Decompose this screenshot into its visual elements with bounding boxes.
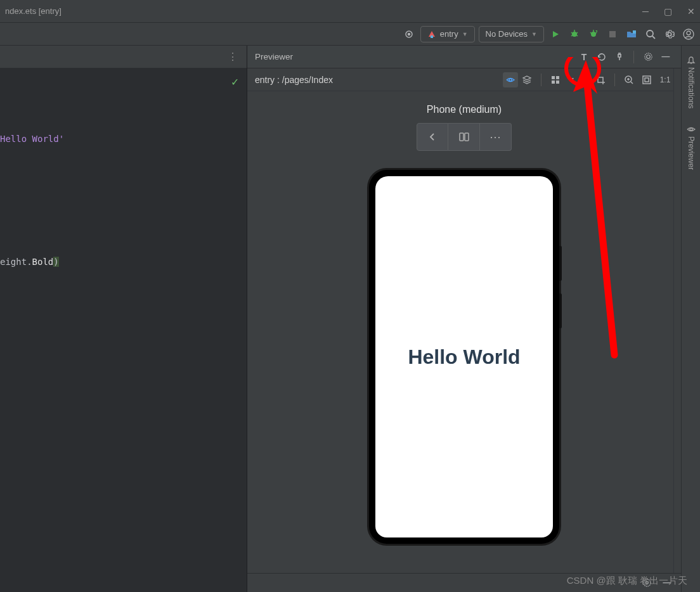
svg-rect-37 [645, 78, 649, 82]
more-button[interactable]: ⋯ [480, 123, 512, 151]
folder-icon[interactable] [624, 27, 639, 42]
chevron-down-icon[interactable]: ▼ [564, 72, 580, 87]
svg-line-8 [576, 32, 578, 34]
svg-line-14 [595, 32, 597, 34]
fit-screen-icon[interactable] [639, 72, 654, 87]
phone-mockup: Hello World [369, 170, 559, 544]
preview-body: Phone (medium) ⋯ Hello World [247, 91, 681, 592]
screen-text: Hello World [408, 345, 520, 369]
separator [633, 51, 634, 63]
device-label: Phone (medium) [427, 104, 502, 115]
plug-icon[interactable] [612, 49, 627, 65]
svg-rect-28 [552, 76, 555, 79]
phone-side-button [559, 246, 562, 281]
target-icon[interactable] [401, 27, 417, 42]
inspect-icon[interactable] [503, 72, 518, 87]
stop-icon[interactable] [605, 27, 620, 42]
close-icon[interactable]: ✕ [687, 6, 695, 16]
titlebar: ndex.ets [entry] ─ ▢ ✕ [0, 0, 700, 23]
svg-rect-3 [431, 35, 433, 38]
code-content[interactable]: Hello World' eight.Bold) [0, 68, 247, 277]
svg-rect-36 [643, 76, 651, 84]
svg-rect-17 [633, 30, 636, 34]
chevron-down-icon: ▼ [531, 31, 537, 37]
check-icon: ✓ [231, 76, 239, 88]
search-icon[interactable] [643, 27, 658, 42]
previewer-tab[interactable]: Previewer [684, 120, 698, 175]
svg-point-26 [509, 79, 512, 81]
code-string: Hello World' [0, 134, 64, 144]
svg-point-25 [644, 53, 651, 60]
back-button[interactable] [417, 123, 448, 151]
run-icon[interactable] [548, 27, 563, 42]
editor-panel: ⋮ ✓ Hello World' eight.Bold) [0, 46, 247, 592]
device-dropdown[interactable]: No Devices ▼ [479, 26, 544, 42]
svg-rect-30 [552, 80, 555, 84]
device-label: No Devices [486, 29, 528, 39]
layers-icon[interactable] [519, 72, 535, 87]
separator [586, 74, 587, 86]
svg-rect-29 [556, 76, 559, 79]
right-sidebar: Notifications Previewer [681, 46, 700, 592]
svg-rect-39 [465, 133, 469, 141]
debug-icon[interactable] [567, 27, 582, 42]
maximize-icon[interactable]: ▢ [664, 6, 672, 16]
previewer-header: Previewer T ─ [247, 46, 681, 68]
account-icon[interactable] [681, 27, 696, 42]
svg-marker-27 [523, 76, 531, 80]
svg-point-41 [690, 128, 692, 131]
svg-point-18 [647, 30, 653, 37]
svg-point-11 [591, 32, 596, 37]
gear-icon[interactable] [640, 49, 656, 65]
svg-line-33 [631, 82, 633, 84]
crop-icon[interactable] [593, 72, 608, 87]
ratio-label[interactable]: 1:1 [657, 72, 673, 87]
previewer-subheader: entry : /pages/Index ▼ [247, 68, 681, 91]
fold-button[interactable] [448, 123, 480, 151]
grid-icon[interactable] [548, 72, 563, 87]
svg-rect-38 [460, 133, 463, 141]
svg-point-20 [668, 32, 671, 35]
svg-point-22 [687, 31, 690, 35]
svg-point-5 [572, 32, 577, 37]
previewer-panel: Previewer T ─ entry : /pages/Index [247, 46, 681, 592]
phone-screen[interactable]: Hello World [375, 176, 553, 537]
separator [614, 74, 615, 86]
collapse-icon[interactable]: ─ [658, 49, 673, 65]
device-controls: ⋯ [417, 123, 512, 151]
text-icon[interactable]: T [576, 49, 592, 65]
svg-line-9 [571, 35, 573, 36]
separator [541, 74, 541, 86]
svg-marker-4 [553, 31, 559, 37]
window-controls: ─ ▢ ✕ [642, 6, 695, 16]
svg-point-1 [408, 33, 410, 35]
notifications-tab[interactable]: Notifications [684, 51, 698, 113]
more-icon[interactable]: ⋮ [225, 49, 240, 65]
previewer-title: Previewer [255, 52, 574, 61]
svg-line-19 [652, 36, 655, 39]
svg-line-7 [571, 32, 573, 34]
zoom-in-icon[interactable] [621, 72, 637, 87]
scrollbar[interactable] [673, 68, 681, 573]
main-toolbar: entry ▼ No Devices ▼ [0, 23, 700, 46]
phone-side-button [559, 293, 562, 328]
breadcrumb: entry : /pages/Index [255, 75, 500, 85]
gear-icon[interactable] [662, 27, 677, 42]
profile-icon[interactable] [586, 27, 601, 42]
chevron-down-icon: ▼ [462, 31, 468, 37]
svg-rect-16 [609, 31, 616, 37]
minimize-icon[interactable]: ─ [642, 6, 649, 16]
refresh-icon[interactable] [594, 49, 609, 65]
editor-header: ⋮ [0, 46, 247, 68]
window-title: ndex.ets [entry] [5, 6, 642, 16]
watermark: CSDN @跟 耿瑞 卷出一片天 [567, 575, 687, 587]
svg-rect-31 [556, 80, 559, 84]
svg-line-13 [590, 32, 592, 34]
svg-line-10 [576, 35, 578, 36]
module-dropdown[interactable]: entry ▼ [420, 26, 475, 42]
module-label: entry [440, 29, 458, 39]
